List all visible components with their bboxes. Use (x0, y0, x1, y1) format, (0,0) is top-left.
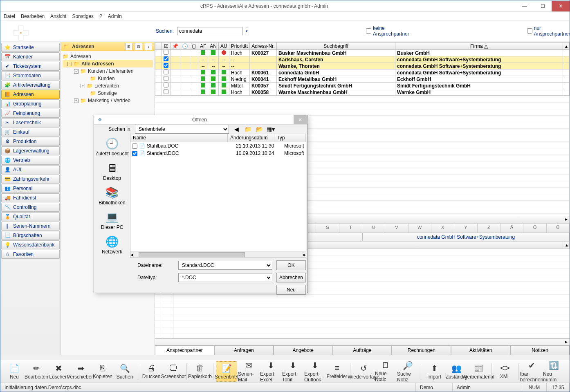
grid-row[interactable]: HochK00061connedata GmbHconnedata GmbH S… (155, 69, 570, 76)
toolbar-iban-berechnen[interactable]: ✔Iban berechnen (521, 361, 542, 382)
dialog-view-icon[interactable]: ▦▾ (267, 125, 275, 133)
toolbar-export-tobit[interactable]: ⬇Export Tobit (282, 361, 303, 382)
grid-row[interactable]: HochK00027Busker Maschinenbau GmbHBusker… (155, 50, 570, 56)
nav-wissensdatenbank[interactable]: 💡Wissensdatenbank (1, 240, 60, 249)
toolbar-neu-numm[interactable]: 🔃Neu numm (543, 361, 564, 382)
nav-adressen[interactable]: 📙Adressen (1, 90, 60, 99)
alpha-Ä[interactable]: Ä (500, 224, 523, 233)
menu-help[interactable]: ? (99, 13, 102, 19)
nav-a-l[interactable]: 👤AÜL (1, 165, 60, 174)
nav-grobplanung[interactable]: 📊Grobplanung (1, 99, 60, 108)
dialog-newfolder-icon[interactable]: 📂 (255, 125, 263, 133)
col-rownum[interactable] (155, 43, 162, 50)
alpha-Ü[interactable]: Ü (547, 224, 570, 233)
nav-lasertechnik[interactable]: ✂Lasertechnik (1, 118, 60, 127)
tab-aktivitäten[interactable]: Aktivitäten (451, 345, 510, 355)
tab-aufträge[interactable]: Aufträge (333, 345, 392, 355)
menu-sonstiges[interactable]: Sonstiges (72, 13, 94, 19)
menu-admin[interactable]: Admin (108, 13, 122, 19)
nav-produktion[interactable]: ⚙Produktion (1, 137, 60, 146)
dialog-up-icon[interactable]: 📁 (244, 125, 252, 133)
col-af[interactable]: AF (198, 43, 208, 50)
tree-lieferanten[interactable]: +📁Lieferanten (63, 82, 153, 90)
scroll-right-2[interactable]: ▸ (563, 339, 570, 345)
dialog-place-netzwerk[interactable]: 🌐Netzwerk (94, 233, 130, 256)
col-check[interactable]: ☑ (162, 43, 171, 50)
dialog-file-row[interactable]: 📄Standard.DOC10.09.2012 10:24Microsoft (130, 150, 306, 157)
dialog-place-desktop[interactable]: 🖥Desktop (94, 160, 130, 183)
tree-marketing-vertrieb[interactable]: +📁Marketing / Vertrieb (63, 97, 153, 104)
chk-keine-ap[interactable]: keine Ansprechpartner (366, 25, 409, 37)
col-suchbegriff[interactable]: Suchbegriff (277, 43, 395, 50)
chk-nur-ap[interactable]: nur Ansprechpartner (527, 25, 570, 37)
col-pin[interactable]: 📌 (171, 43, 180, 50)
nav-personal[interactable]: 👥Personal (1, 184, 60, 193)
dialog-place-zuletzt-besucht[interactable]: 🕘Zuletzt besucht (94, 135, 130, 158)
nav-ticketsystem[interactable]: ✔Ticketsystem (1, 62, 60, 71)
nav-feinplanung[interactable]: 📈Feinplanung (1, 109, 60, 118)
window-close-button[interactable]: ✕ (552, 1, 570, 11)
toolbar-neue-notiz[interactable]: 🗒Neue Notiz (375, 361, 396, 382)
col-firma[interactable]: Firma △ (395, 43, 563, 50)
toolbar-bearbeiten[interactable]: ✏Bearbeiten (26, 361, 47, 382)
search-input[interactable] (177, 27, 242, 35)
nav-serien-nummern[interactable]: ∥Serien-Nummern (1, 222, 60, 231)
col-prio[interactable]: Priorität (229, 43, 249, 50)
nav-lagerverwaltung[interactable]: 📦Lagerverwaltung (1, 146, 60, 155)
alpha-W[interactable]: W (408, 224, 431, 233)
toolbar-import[interactable]: ⬆Import (424, 361, 445, 382)
tree-alle-adressen[interactable]: −📁Alle Adressen (63, 60, 153, 67)
col-clock[interactable]: 🕓 (180, 43, 190, 50)
nav-fahrdienst[interactable]: 🚚Fahrdienst (1, 193, 60, 202)
toolbar-export-outlook[interactable]: ⬇Export Outlook (304, 361, 325, 382)
nav-einkauf[interactable]: 🛒Einkauf (1, 128, 60, 137)
dialog-col-date[interactable]: Änderungsdatum (228, 134, 274, 142)
dialog-ftype-select[interactable]: *.DOC (178, 273, 272, 282)
tab-angebote[interactable]: Angebote (274, 345, 333, 355)
toolbar-serienbrief[interactable]: 📝Serienbrief (216, 361, 237, 382)
dialog-place-bibliotheken[interactable]: 📚Bibliotheken (94, 184, 130, 207)
tree-btn-3[interactable]: ↕ (145, 43, 152, 50)
tab-anfragen[interactable]: Anfragen (214, 345, 274, 355)
dialog-ok-button[interactable]: OK (276, 260, 306, 270)
toolbar-suche-notiz[interactable]: 🔎Suche Notiz (397, 361, 418, 382)
col-folder[interactable]: ▢ (190, 43, 198, 50)
window-minimize-button[interactable]: — (516, 1, 534, 11)
menu-ansicht[interactable]: Ansicht (50, 13, 66, 19)
toolbar-werbematerial[interactable]: 📰Werbematerial (468, 361, 489, 382)
dialog-searchin-select[interactable]: Serienbriefe (135, 125, 229, 134)
toolbar-freifelder[interactable]: ≡Freifelder (326, 361, 348, 382)
dialog-cancel-button[interactable]: Abbrechen (276, 273, 306, 282)
contact-company-button[interactable]: connedata GmbH Software+Systemberatung (362, 233, 570, 241)
menu-bearbeiten[interactable]: Bearbeiten (21, 13, 45, 19)
grid-row[interactable]: HochK00058Warnke Maschinenbau GmbHWarnke… (155, 89, 570, 96)
nav-controlling[interactable]: 📉Controlling (1, 203, 60, 212)
dialog-new-button[interactable]: Neu (276, 285, 306, 295)
dialog-col-type[interactable]: Typ (274, 134, 306, 142)
nav-kalender[interactable]: 📅Kalender (1, 52, 60, 61)
alpha-Ö[interactable]: Ö (523, 224, 546, 233)
dialog-fname-input[interactable]: Standard.DOC (178, 261, 272, 270)
tree-btn-1[interactable]: ⊞ (125, 43, 132, 50)
nav-b-rgschaften[interactable]: 📃Bürgschaften (1, 231, 60, 240)
alpha-U[interactable]: U (362, 224, 385, 233)
toolbar-drucken[interactable]: 🖨Drucken (141, 361, 162, 382)
dialog-hscroll[interactable]: ◂▸ (130, 251, 306, 258)
grid-row[interactable]: MittelK00057Smidt Fertigungstechnik GmbH… (155, 83, 570, 89)
dialog-file-row[interactable]: 📄Stahlbau.DOC21.10.2013 11:30Microsoft (130, 142, 306, 150)
dialog-back-icon[interactable]: ◀ (232, 125, 240, 133)
toolbar-l-schen[interactable]: ✖Löschen (48, 361, 69, 382)
alpha-Y[interactable]: Y (454, 224, 477, 233)
tree-kunden[interactable]: 📁Kunden (63, 75, 153, 82)
col-au[interactable]: AU (219, 43, 229, 50)
toolbar-suchen[interactable]: 🔍Suchen (114, 361, 135, 382)
toolbar-screenshot[interactable]: 🖵Screenshot (163, 361, 184, 382)
toolbar-neu[interactable]: 📄Neu (4, 361, 25, 382)
nav-favoriten[interactable]: ☆Favoriten (1, 250, 60, 259)
alpha-Z[interactable]: Z (478, 224, 500, 233)
toolbar-kopieren[interactable]: ⎘Kopieren (92, 361, 113, 382)
tree-kunden-lieferanten[interactable]: −📁Kunden / Lieferanten (63, 67, 153, 75)
search-dropdown-button[interactable]: ▾ (246, 27, 248, 35)
col-an[interactable]: AN (208, 43, 219, 50)
dialog-place-dieser-pc[interactable]: 💻Dieser PC (94, 209, 130, 232)
